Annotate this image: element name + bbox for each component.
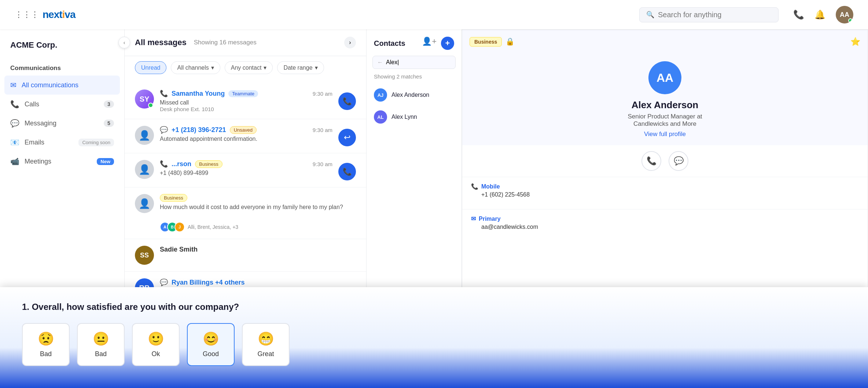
detail-star-icon[interactable]: ⭐	[850, 37, 860, 47]
detail-avatar: AA	[648, 61, 681, 94]
date-chevron: ▾	[315, 64, 318, 71]
survey-emoji-ok: 🙂	[148, 331, 164, 347]
coming-soon-badge: Coming soon	[78, 139, 114, 146]
avatar[interactable]: AA	[836, 6, 853, 23]
detail-mobile-field: 📞 Mobile +1 (602) 225-4568	[471, 183, 859, 198]
detail-email-section: ✉ Primary aa@candlewicks.com	[462, 209, 868, 241]
msg-tag: Business	[160, 194, 187, 202]
sidebar-item-label: Emails	[25, 139, 44, 146]
msg-content: 💬 +1 (218) 396-2721 Unsaved 9:30 am Auto…	[160, 126, 332, 142]
phone-icon[interactable]: 📞	[793, 10, 804, 20]
detail-mobile-label: 📞 Mobile	[471, 183, 859, 190]
contacts-search[interactable]: ←	[372, 56, 456, 69]
date-label: Date range	[283, 65, 312, 71]
msg-tag: Unsaved	[230, 126, 257, 134]
survey-emoji-great: 😁	[258, 331, 274, 347]
msg-avatar-wrapper: SY	[135, 89, 154, 109]
contact-avatar: AL	[374, 110, 387, 124]
calls-icon: 📞	[10, 100, 19, 109]
view-full-profile-link[interactable]: View full profile	[644, 131, 686, 138]
contacts-icons: 👤+ +	[422, 37, 454, 50]
msg-avatar: 👤	[135, 126, 154, 145]
contact-item-alex-lynn[interactable]: AL Alex Lynn	[367, 106, 461, 128]
survey-option-bad1[interactable]: 😟 Bad	[22, 323, 70, 366]
sidebar-item-messaging[interactable]: 💬 Messaging 5	[0, 114, 124, 133]
sidebar-item-all-communications[interactable]: ✉ All communications	[4, 76, 120, 95]
detail-name: Alex Anderson	[632, 99, 699, 111]
msg-name: Samantha Young	[172, 90, 225, 98]
add-contact-icon[interactable]: 👤+	[422, 37, 437, 50]
expand-icon[interactable]: ›	[344, 37, 356, 48]
msg-header: 💬 Ryan Billings +4 others	[160, 278, 356, 286]
msg-avatar-wrapper: 👤	[135, 160, 154, 179]
msg-type-icon: 💬	[160, 278, 168, 286]
survey-option-great[interactable]: 😁 Great	[242, 323, 290, 366]
add-button[interactable]: +	[441, 37, 454, 50]
contact-item-alex-anderson[interactable]: AJ Alex Anderson	[367, 84, 461, 106]
msg-avatar: 👤	[135, 194, 154, 213]
msg-type-icon: 📞	[160, 89, 168, 98]
msg-time: 9:30 am	[313, 161, 332, 167]
messages-filters: Unread All channels ▾ Any contact ▾ Date…	[125, 56, 366, 79]
search-input[interactable]	[658, 11, 772, 19]
detail-chat-button[interactable]: 💬	[669, 151, 688, 171]
survey-label-good: Good	[203, 350, 219, 358]
msg-type-icon: 💬	[160, 126, 168, 134]
filter-unread[interactable]: Unread	[135, 61, 166, 74]
msg-tag: Teammate	[228, 90, 258, 97]
msg-reply-action[interactable]: ↩	[338, 129, 356, 146]
grid-icon[interactable]: ⋮⋮⋮	[15, 10, 39, 19]
sidebar-item-meetings[interactable]: 📹 Meetings New	[0, 152, 124, 171]
msg-name: Ryan Billings +4 others	[172, 279, 245, 286]
sidebar-item-emails[interactable]: 📧 Emails Coming soon	[0, 133, 124, 152]
msg-time: 9:30 am	[313, 91, 332, 97]
msg-text: +1 (480) 899-4899	[160, 170, 332, 176]
filter-contact[interactable]: Any contact ▾	[225, 61, 273, 74]
msg-content: 📞 Samantha Young Teammate 9:30 am Missed…	[160, 89, 332, 112]
survey-option-good[interactable]: 😊 Good	[187, 323, 235, 366]
detail-phone-button[interactable]: 📞	[641, 151, 661, 171]
detail-lock-icon: 🔒	[505, 37, 515, 46]
message-item[interactable]: SY 📞 Samantha Young Teammate 9:30 am Mis…	[125, 83, 366, 119]
sidebar-toggle[interactable]: ‹	[118, 37, 130, 48]
detail-business-tag: Business	[470, 37, 502, 47]
search-icon: 🔍	[646, 11, 654, 19]
msg-name: +1 (218) 396-2721	[172, 126, 226, 134]
channels-chevron: ▾	[211, 64, 214, 71]
message-item[interactable]: 👤 💬 +1 (218) 396-2721 Unsaved 9:30 am Au…	[125, 119, 366, 153]
msg-content: Business How much would it cost to add e…	[160, 194, 356, 211]
message-item[interactable]: 👤 📞 ...rson Business 9:30 am +1 (480) 89…	[125, 153, 366, 187]
survey-emoji-bad1: 😟	[38, 331, 54, 347]
survey-option-ok[interactable]: 🙂 Ok	[132, 323, 180, 366]
emails-icon: 📧	[10, 138, 19, 147]
message-item[interactable]: SS Sadie Smith	[125, 239, 366, 272]
msg-header: Sadie Smith	[160, 246, 356, 253]
sidebar-section-title: Communications	[0, 59, 124, 76]
detail-mobile-section: 📞 Mobile +1 (602) 225-4568	[462, 177, 868, 209]
msg-avatar: SS	[135, 246, 154, 265]
new-badge: New	[97, 158, 114, 165]
msg-sub: Desk phone Ext. 1010	[160, 106, 332, 112]
msg-call-action[interactable]: 📞	[338, 163, 356, 180]
survey-emoji-good: 😊	[203, 331, 219, 347]
msg-text: Missed call	[160, 99, 332, 106]
contacts-header: Contacts 👤+ +	[367, 37, 461, 56]
message-item[interactable]: 👤 Business How much would it cost to add…	[125, 187, 366, 239]
msg-name: ...rson	[172, 160, 191, 168]
search-bar[interactable]: 🔍	[639, 7, 779, 22]
msg-call-action[interactable]: 📞	[338, 92, 356, 110]
filter-channels[interactable]: All channels ▾	[171, 61, 220, 74]
filter-date[interactable]: Date range ▾	[277, 61, 324, 74]
detail-email-value: aa@candlewicks.com	[471, 224, 859, 230]
bell-icon[interactable]: 🔔	[814, 10, 825, 20]
sidebar-item-calls[interactable]: 📞 Calls 3	[0, 95, 124, 114]
survey-option-bad2[interactable]: 😐 Bad	[77, 323, 125, 366]
detail-actions: 📞 💬	[462, 145, 868, 177]
msg-text: How much would it cost to add everyone i…	[160, 204, 356, 211]
contacts-search-input[interactable]	[386, 59, 459, 66]
survey-question: 1. Overall, how satisfied are you with o…	[22, 302, 846, 312]
survey-emoji-bad2: 😐	[93, 331, 109, 347]
mobile-phone-icon: 📞	[471, 183, 478, 190]
contacts-search-back-icon[interactable]: ←	[377, 59, 383, 66]
contact-label: Any contact	[231, 65, 262, 71]
